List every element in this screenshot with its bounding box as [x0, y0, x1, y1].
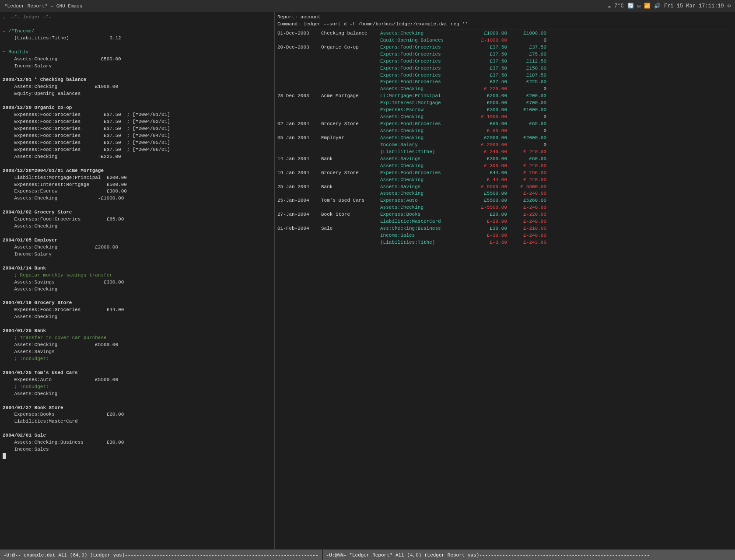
report-row: Expens:Food:Groceries£37.50£75.00	[277, 51, 732, 58]
report-amount: £-65.00	[468, 128, 507, 135]
status-right-text: -U:@%%- *Ledger Report* All (4,0) (Ledge…	[326, 553, 650, 558]
report-desc: Grocery Store	[321, 170, 380, 177]
report-balance: £37.50	[507, 44, 546, 51]
left-line: Expenses:Food:Groceries £37.50 ; [=2004/…	[3, 133, 272, 140]
report-amount: £65.00	[468, 121, 507, 128]
report-desc	[321, 149, 380, 156]
report-amount: £37.50	[468, 51, 507, 58]
refresh-icon[interactable]: 🔄	[627, 3, 634, 9]
report-balance: £225.00	[507, 79, 546, 86]
report-date	[277, 142, 321, 149]
report-balance: £65.00	[507, 121, 546, 128]
report-account: Ass:Checking:Business	[380, 225, 468, 232]
report-account: Expenses:Books	[380, 211, 468, 218]
left-line: ; :nobudget:	[3, 384, 272, 391]
report-amount: £-225.00	[468, 86, 507, 93]
left-line: 2004/02/01 Sale	[3, 432, 272, 439]
report-amount: £2000.00	[468, 135, 507, 142]
report-balance: £-240.00	[507, 177, 546, 184]
report-account: Assets:Checking	[380, 204, 468, 211]
report-desc	[321, 177, 380, 184]
report-desc	[321, 65, 380, 72]
volume-icon[interactable]: 🔊	[654, 3, 661, 9]
report-desc	[321, 37, 380, 44]
report-desc: Organic Co-op	[321, 44, 380, 51]
report-date: 19-Jan-2004	[277, 170, 321, 177]
status-right: -U:@%%- *Ledger Report* All (4,0) (Ledge…	[323, 550, 735, 560]
report-balance: £-240.00	[507, 204, 546, 211]
report-row: Liabilitie:MasterCard£-20.00£-240.00	[277, 218, 732, 225]
left-line: Expenses:Books £20.00	[3, 411, 272, 418]
status-bar: -U:@-- example.dat All (64,0) (Ledger ya…	[0, 550, 735, 560]
report-balance: £150.00	[507, 65, 546, 72]
report-header: Report: account Command: ledger --sort d…	[277, 14, 732, 28]
report-account: (Liabilities:Tithe)	[380, 149, 468, 156]
report-amount: £37.50	[468, 44, 507, 51]
report-balance: £-196.00	[507, 170, 546, 177]
report-date	[277, 58, 321, 65]
report-desc	[321, 100, 380, 107]
right-content: 01-Dec-2003Checking balanceAssets:Checki…	[277, 30, 732, 246]
report-row: 25-Jan-2004BankAssets:Savings£-5500.00£-…	[277, 184, 732, 191]
left-line: 2003/12/20 Organic Co-op	[3, 105, 272, 112]
report-balance: £112.50	[507, 58, 546, 65]
title-bar-left: *Ledger Report* - GNU Emacs	[4, 4, 82, 9]
report-account: Assets:Checking	[380, 190, 468, 197]
datetime: Fri 15 Mar 17:11:19	[664, 3, 724, 9]
left-line: 2004/01/19 Grocery Store	[3, 300, 272, 307]
report-account: Exp:Interest:Mortgage	[380, 100, 468, 107]
report-label: Report: account	[277, 14, 732, 21]
left-line	[3, 202, 272, 209]
left-line	[3, 230, 272, 237]
report-account: Expens:Food:Groceries	[380, 51, 468, 58]
report-date	[277, 177, 321, 184]
report-date	[277, 37, 321, 44]
mail-icon[interactable]: ✉	[637, 3, 640, 9]
left-pane[interactable]: ; -*- ledger -*- = /*Income/ (Liabilitie…	[0, 12, 275, 550]
report-desc: Employer	[321, 135, 380, 142]
report-account: Assets:Checking	[380, 163, 468, 170]
left-line: Income:Salary	[3, 251, 272, 258]
report-amount: £30.00	[468, 225, 507, 232]
title-bar-right: ☁ 7°C 🔄 ✉ 📶 🔊 Fri 15 Mar 17:11:19 ⚙	[608, 3, 731, 9]
report-amount: £-300.00	[468, 163, 507, 170]
report-desc	[321, 239, 380, 246]
report-date	[277, 232, 321, 239]
left-line: Assets:Savings	[3, 349, 272, 356]
left-line: Expenses:Food:Groceries £37.50 ; [=2004/…	[3, 147, 272, 154]
status-left-text: -U:@-- example.dat All (64,0) (Ledger ya…	[4, 553, 318, 558]
right-pane[interactable]: Report: account Command: ledger --sort d…	[275, 12, 735, 550]
report-account: Li:Mortgage:Principal	[380, 93, 468, 100]
report-account: Liabilitie:MasterCard	[380, 218, 468, 225]
report-row: 01-Dec-2003Checking balanceAssets:Checki…	[277, 30, 732, 37]
report-row: Assets:Checking£-5500.00£-240.00	[277, 204, 732, 211]
report-date	[277, 100, 321, 107]
report-date	[277, 190, 321, 197]
report-amount: £1000.00	[468, 30, 507, 37]
report-desc: Tom's Used Cars	[321, 197, 380, 204]
left-line: Liabilities:MasterCard	[3, 418, 272, 425]
report-account: Expenses:Auto	[380, 197, 468, 204]
left-line: 2004/01/14 Bank	[3, 265, 272, 272]
left-line: 2003/12/01 * Checking balance	[3, 77, 272, 84]
report-desc	[321, 79, 380, 86]
report-amount: £-5500.00	[468, 184, 507, 191]
report-date: 05-Jan-2004	[277, 135, 321, 142]
report-account: Expens:Food:Groceries	[380, 72, 468, 79]
report-desc: Bank	[321, 156, 380, 163]
command-line: Command: ledger --sort d -f /home/borbus…	[277, 21, 732, 28]
main-area: ; -*- ledger -*- = /*Income/ (Liabilitie…	[0, 12, 735, 550]
left-line	[3, 258, 272, 265]
report-account: Assets:Checking	[380, 128, 468, 135]
left-line	[3, 70, 272, 77]
report-balance: 0	[507, 142, 546, 149]
report-desc	[321, 86, 380, 93]
report-row: 25-Jan-2004Tom's Used CarsExpenses:Auto£…	[277, 197, 732, 204]
left-line	[3, 321, 272, 328]
report-desc	[321, 51, 380, 58]
settings-icon[interactable]: ⚙	[728, 3, 731, 9]
report-balance: £-240.00	[507, 149, 546, 156]
report-date	[277, 128, 321, 135]
report-date	[277, 149, 321, 156]
left-line: Income:Salary	[3, 63, 272, 70]
